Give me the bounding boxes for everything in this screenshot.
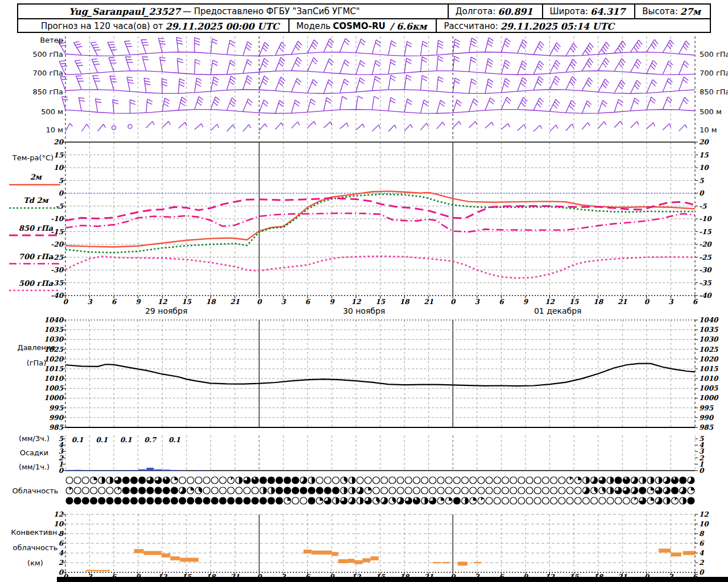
wind-barb-feather	[618, 102, 622, 105]
pressure-ylabel-right: 1010	[699, 375, 718, 383]
cloud-symbol	[551, 477, 557, 484]
conv-ylabel-right: 0	[699, 568, 704, 576]
wind-level-label-left: 10 м	[46, 126, 63, 134]
wind-barb-feather	[358, 96, 363, 99]
cloud-symbol	[235, 487, 242, 494]
cloud-symbol	[502, 487, 508, 494]
wind-barb-feather	[406, 78, 411, 81]
wind-barb-feather	[589, 78, 593, 82]
cloud-symbol	[82, 497, 89, 504]
wind-barb-feather	[422, 57, 427, 59]
wind-barb-staff	[146, 122, 152, 128]
wind-barb-feather	[487, 64, 491, 67]
wind-barb-feather	[588, 123, 590, 126]
conv-ylabel-left: 4	[59, 549, 63, 557]
wind-barb-feather	[147, 99, 152, 101]
wind-barb-staff	[195, 60, 195, 74]
wind-barb-feather	[264, 100, 268, 103]
wind-barb-feather	[635, 45, 639, 49]
wind-barb-staff	[501, 60, 505, 74]
wind-barb-feather	[169, 121, 171, 124]
cloud-symbol	[672, 487, 679, 494]
cloud-symbol	[220, 497, 226, 504]
wind-level-label-left: 850 гПа	[32, 88, 63, 96]
wind-barb-feather	[684, 77, 689, 80]
temp-ylabel-right: 5	[699, 177, 704, 185]
cloud-symbol	[365, 477, 371, 484]
wind-barb-feather	[142, 57, 148, 57]
wind-barb-staff	[259, 100, 264, 113]
x-hour-label: 9	[329, 298, 334, 306]
conv-cloud-segment	[144, 551, 162, 555]
wind-barb-feather	[586, 103, 590, 107]
wind-barb-staff	[210, 124, 217, 131]
wind-barb-staff	[275, 123, 282, 130]
cloud-symbol	[559, 487, 565, 494]
wind-barb-feather	[177, 61, 183, 63]
wind-barb-feather	[109, 44, 114, 45]
wind-barb-feather	[653, 42, 656, 47]
wind-barb-feather	[93, 61, 98, 62]
conv-ylabel-right: 10	[699, 520, 709, 528]
wind-barb-feather	[440, 100, 445, 103]
wind-barb-staff	[598, 42, 606, 55]
wind-barb-staff	[485, 98, 490, 110]
wind-barb-staff	[501, 38, 506, 52]
wind-barb-feather	[177, 43, 183, 44]
meteogram-plot	[0, 0, 728, 582]
wind-barb-staff	[501, 78, 505, 93]
pressure-ylabel-right: 1020	[699, 355, 718, 363]
wind-barb-feather	[636, 62, 640, 66]
wind-barb-feather	[195, 40, 200, 42]
wind-barb-staff	[210, 77, 213, 91]
cloud-symbol	[98, 487, 105, 494]
wind-barb-feather	[555, 102, 559, 106]
wind-barb-staff	[259, 59, 264, 72]
wind-barb-staff	[582, 59, 589, 72]
wind-barb-feather	[504, 44, 508, 47]
wind-barb-feather	[217, 124, 219, 128]
cloud-symbol-fill	[102, 477, 105, 484]
rain-section-title: Осадки	[20, 448, 49, 457]
wind-barb-feather	[229, 43, 234, 46]
cloud-symbol	[114, 497, 121, 504]
wind-barb-staff	[420, 76, 422, 90]
conv-ylabel-left: 6	[59, 539, 63, 547]
wind-barb-feather	[538, 101, 542, 105]
legend-label-700: 700 гПа	[19, 252, 53, 261]
wind-barb-feather	[505, 41, 510, 44]
wind-barb-feather	[471, 41, 476, 44]
cloud-symbol	[486, 477, 493, 484]
wind-barb-feather	[471, 57, 476, 60]
wind-barb-feather	[686, 41, 690, 45]
conv-cloud-segment	[354, 560, 362, 564]
temp-ylabel-right: -20	[699, 240, 712, 248]
pressure-ylabel-right: 985	[699, 423, 713, 431]
wind-barb-feather	[605, 44, 608, 49]
wind-barb-feather	[521, 102, 525, 106]
wind-barb-feather	[504, 84, 508, 88]
wind-barb-feather	[523, 61, 527, 64]
rain-bar	[106, 470, 114, 471]
wind-barb-feather	[655, 40, 658, 44]
cloud-symbol-fill	[175, 477, 178, 480]
meteogram-page: Yug_Saranpaul_23527 — Предоставлено ФГБУ…	[0, 0, 728, 582]
conv-section-title-2: облачность	[13, 543, 58, 552]
wind-barb-feather	[523, 40, 527, 44]
cloud-symbol	[623, 497, 630, 504]
wind-barb-feather	[130, 102, 135, 104]
rain-bar	[163, 469, 170, 471]
wind-barb-feather	[473, 101, 477, 105]
wind-barb-feather	[375, 43, 380, 46]
wind-barb-feather	[229, 81, 234, 85]
wind-barb-staff	[501, 123, 508, 129]
wind-barb-staff	[177, 59, 179, 73]
wind-barb-feather	[407, 75, 412, 78]
wind-barb-feather	[107, 42, 113, 43]
wind-barb-feather	[487, 43, 492, 47]
temp-ylabel-left: 20	[53, 138, 63, 146]
cloud-symbol	[494, 477, 500, 484]
x-hour-label: 9	[136, 298, 140, 306]
conv-x-hour-label: 0	[644, 573, 649, 581]
conv-ylabel-left: 0	[59, 568, 63, 576]
